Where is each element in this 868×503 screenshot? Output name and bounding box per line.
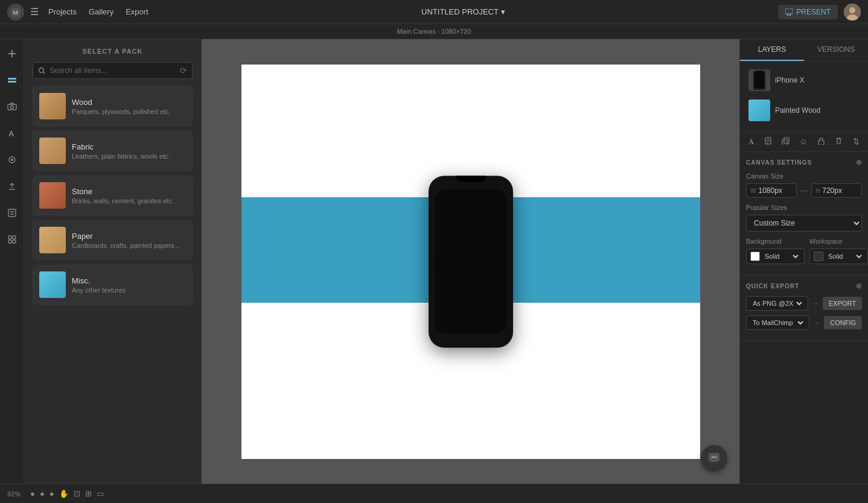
width-icon: W: [750, 188, 756, 194]
paper-info: Paper Cardboards, crafts, painted papers…: [72, 232, 180, 249]
layout-icon-1[interactable]: ⊡: [74, 489, 80, 498]
svg-rect-28: [782, 139, 787, 145]
lock-action-icon[interactable]: [817, 137, 825, 147]
doc-action-icon[interactable]: [764, 137, 772, 147]
svg-rect-18: [13, 236, 16, 239]
trash-action-icon[interactable]: [835, 137, 843, 147]
grid-icon[interactable]: [4, 231, 21, 248]
paper-desc: Cardboards, crafts, painted papers...: [72, 242, 180, 249]
canvas-settings-toggle[interactable]: ⊕: [856, 158, 862, 166]
canvas-size-setting: Canvas Size W — H: [746, 172, 862, 198]
fabric-desc: Leathers, plain fabrics, wools etc.: [72, 153, 170, 160]
export-service-wrap: To MailChimp To Facebook To Twitter: [746, 315, 809, 330]
pack-item-misc[interactable]: Misc. Any other textures: [33, 265, 193, 305]
svg-text:M: M: [13, 8, 18, 15]
workspace-type-select[interactable]: Solid Gradient: [826, 252, 864, 261]
settings-action-icon[interactable]: ⇅: [853, 137, 860, 147]
svg-point-25: [715, 457, 716, 458]
height-input-wrap: H: [811, 183, 862, 198]
workspace-label: Workspace: [809, 238, 868, 245]
user-avatar[interactable]: [844, 4, 861, 21]
layout-icon-2[interactable]: ⊞: [85, 489, 92, 498]
nav-export[interactable]: Export: [126, 7, 148, 16]
pack-item-wood[interactable]: Wood Parquets, plywoods, polished etc.: [33, 86, 193, 126]
tab-versions[interactable]: VERSIONS: [804, 39, 868, 61]
svg-rect-10: [8, 81, 16, 83]
height-input[interactable]: [822, 186, 852, 195]
pack-panel-title: SELECT A PACK: [33, 48, 193, 55]
quick-export-header: QUICK EXPORT ⊕: [746, 282, 862, 290]
pack-item-stone[interactable]: Stone Bricks, walls, cement, granites et…: [33, 176, 193, 215]
bg-workspace-row: Background Solid Gradient Workspace: [746, 238, 862, 264]
export-arrow-icon: →: [812, 299, 819, 308]
zoom-in-icon[interactable]: ●: [30, 489, 35, 498]
layer-wood[interactable]: Painted Wood: [745, 96, 863, 124]
project-title[interactable]: UNTITLED PROJECT ▾: [148, 7, 779, 16]
main-area: A: [0, 39, 868, 484]
svg-rect-19: [8, 240, 11, 243]
present-button[interactable]: PRESENT: [778, 5, 838, 19]
layers-list: iPhone X Painted Wood: [740, 62, 868, 131]
svg-rect-29: [819, 141, 824, 145]
export-button[interactable]: EXPORT: [823, 297, 862, 310]
misc-thumbnail: [39, 271, 66, 298]
workspace-input-wrap: Solid Gradient: [809, 248, 868, 264]
canvas-area: [202, 39, 739, 484]
workspace-color-swatch[interactable]: [814, 252, 823, 261]
svg-rect-2: [785, 8, 793, 14]
wood-name: Wood: [72, 98, 171, 107]
layer-iphone[interactable]: iPhone X: [745, 66, 863, 94]
zoom-out-icon[interactable]: ●: [40, 489, 45, 498]
bottom-icons: ● ● ● ✋ ⊡ ⊞ ▭: [30, 489, 104, 498]
svg-point-15: [11, 159, 13, 161]
export-format-wrap: As PNG @2X As PNG @1X As JPG @2X: [746, 296, 808, 311]
service-arrow-icon: →: [813, 318, 820, 327]
wood-thumbnail: [39, 93, 66, 119]
nav-gallery[interactable]: Gallery: [89, 7, 113, 16]
scan-icon[interactable]: ⟳: [180, 66, 187, 75]
workspace-col: Workspace Solid Gradient: [809, 238, 868, 264]
nav-projects[interactable]: Projects: [48, 7, 77, 16]
svg-point-12: [10, 106, 13, 109]
misc-name: Misc.: [72, 276, 126, 285]
chat-button[interactable]: [701, 445, 727, 472]
pack-item-fabric[interactable]: Fabric Leathers, plain fabrics, wools et…: [33, 131, 193, 171]
upload-icon[interactable]: [4, 178, 21, 195]
zoom-reset-icon[interactable]: ●: [49, 489, 54, 498]
width-input[interactable]: [758, 186, 788, 195]
emoji-action-icon[interactable]: ☺: [799, 137, 807, 147]
export-format-select[interactable]: As PNG @2X As PNG @1X As JPG @2X: [750, 299, 804, 308]
quick-export-toggle[interactable]: ⊕: [856, 282, 862, 290]
phone-screen: [435, 189, 507, 334]
stone-desc: Bricks, walls, cement, granites etc.: [72, 197, 174, 204]
search-input[interactable]: [49, 66, 176, 75]
width-input-wrap: W: [746, 183, 797, 198]
pack-item-paper[interactable]: Paper Cardboards, crafts, painted papers…: [33, 220, 193, 260]
config-button[interactable]: CONFIG: [824, 316, 862, 329]
canvas-phone[interactable]: [429, 176, 513, 347]
export-service-select[interactable]: To MailChimp To Facebook To Twitter: [750, 318, 805, 327]
add-icon[interactable]: [4, 45, 21, 62]
size-divider: —: [800, 186, 808, 195]
stone-thumbnail: [39, 182, 66, 209]
present-label: PRESENT: [796, 8, 831, 16]
pan-icon[interactable]: ✋: [59, 489, 69, 498]
canvas-info: Main Canvas · 1080×720: [397, 28, 471, 35]
layout-icon-3[interactable]: ▭: [97, 489, 104, 498]
font-action-icon[interactable]: 𝐀: [748, 137, 754, 147]
hamburger-icon[interactable]: ☰: [30, 6, 39, 17]
stack-icon[interactable]: [4, 204, 21, 221]
background-color-swatch[interactable]: [750, 252, 760, 261]
background-type-select[interactable]: Solid Gradient: [762, 252, 800, 261]
popular-sizes-select[interactable]: Custom Size 1920×1080 1280×720: [746, 215, 862, 232]
cursor-icon[interactable]: [4, 151, 21, 168]
text-icon[interactable]: A: [4, 125, 21, 142]
canvas-settings-title: CANVAS SETTINGS: [746, 159, 812, 166]
fabric-info: Fabric Leathers, plain fabrics, wools et…: [72, 142, 170, 160]
export-row-png: As PNG @2X As PNG @1X As JPG @2X → EXPOR…: [746, 296, 862, 311]
copy-action-icon[interactable]: [782, 137, 790, 147]
quick-export-section: QUICK EXPORT ⊕ As PNG @2X As PNG @1X As …: [740, 276, 868, 341]
tab-layers[interactable]: LAYERS: [740, 39, 804, 61]
camera-icon[interactable]: [4, 98, 21, 115]
layers-icon[interactable]: [4, 72, 21, 89]
